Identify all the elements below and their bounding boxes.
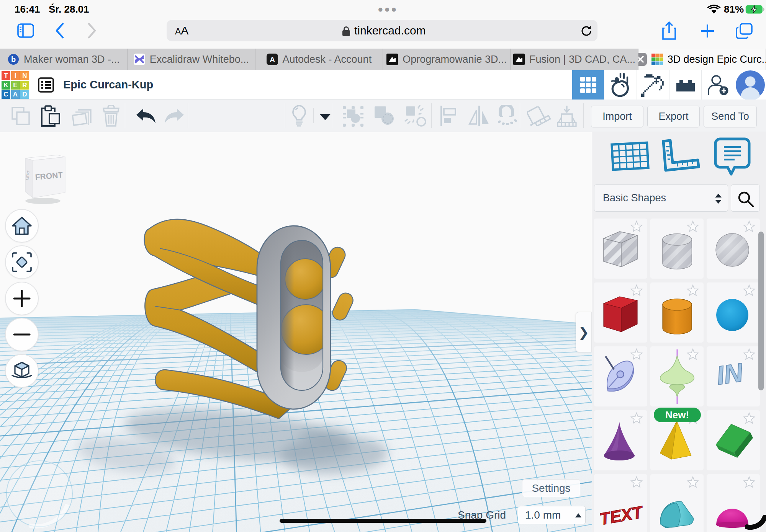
svg-text:TEXT: TEXT (598, 502, 645, 528)
svg-text:b: b (11, 55, 16, 64)
svg-text:New!: New! (665, 409, 689, 421)
svg-text:IN: IN (715, 357, 745, 390)
svg-text:A: A (270, 55, 275, 64)
